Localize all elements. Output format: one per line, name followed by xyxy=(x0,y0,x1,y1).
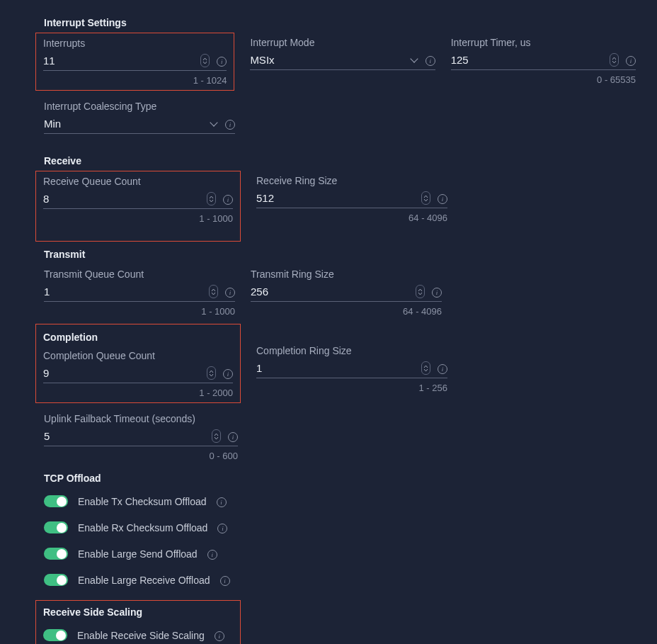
interrupts-range: 1 - 1024 xyxy=(43,75,227,86)
info-icon[interactable] xyxy=(215,631,224,641)
transmit-queue-field: Transmit Queue Count 1 - 1000 xyxy=(44,269,235,317)
uplink-range: 0 - 600 xyxy=(44,451,238,461)
transmit-ring-label: Transmit Ring Size xyxy=(251,269,442,280)
info-icon[interactable] xyxy=(225,288,235,298)
info-icon[interactable] xyxy=(217,497,227,507)
interrupt-timer-field: Interrupt Timer, us 0 - 65535 xyxy=(451,37,636,85)
transmit-queue-label: Transmit Queue Count xyxy=(44,269,235,280)
coalescing-label: Interrupt Coalescing Type xyxy=(44,101,235,112)
info-icon[interactable] xyxy=(225,120,235,130)
info-icon[interactable] xyxy=(207,550,217,560)
transmit-ring-stepper[interactable] xyxy=(416,285,425,298)
large-receive-toggle[interactable] xyxy=(44,574,68,586)
coalescing-field: Interrupt Coalescing Type xyxy=(44,101,235,134)
receive-queue-input[interactable] xyxy=(43,191,207,206)
completion-ring-stepper[interactable] xyxy=(421,361,430,375)
chevron-down-icon[interactable] xyxy=(410,56,418,64)
tcp-offload-title: TCP Offload xyxy=(44,473,636,484)
tx-checksum-row: Enable Tx Checksum Offload xyxy=(44,495,636,507)
receive-ring-range: 64 - 4096 xyxy=(256,213,447,223)
uplink-input[interactable] xyxy=(44,429,212,444)
interrupt-timer-input[interactable] xyxy=(451,52,610,67)
info-icon[interactable] xyxy=(425,56,435,66)
rss-row: Enable Receive Side Scaling xyxy=(43,629,233,641)
rss-title: Receive Side Scaling xyxy=(43,606,233,618)
completion-queue-label: Completion Queue Count xyxy=(43,350,233,361)
receive-ring-label: Receive Ring Size xyxy=(256,175,447,186)
transmit-queue-stepper[interactable] xyxy=(209,285,218,298)
transmit-ring-range: 64 - 4096 xyxy=(251,306,442,317)
completion-ring-input[interactable] xyxy=(256,361,421,375)
info-icon[interactable] xyxy=(223,369,233,379)
info-icon[interactable] xyxy=(217,524,227,533)
receive-queue-stepper[interactable] xyxy=(207,192,216,205)
info-icon[interactable] xyxy=(223,195,233,205)
interrupts-field: Interrupts 1 - 1024 xyxy=(43,38,227,86)
info-icon[interactable] xyxy=(432,288,442,298)
interrupt-mode-label: Interrupt Mode xyxy=(250,37,435,48)
uplink-field: Uplink Failback Timeout (seconds) 0 - 60… xyxy=(44,413,238,461)
tx-checksum-toggle[interactable] xyxy=(44,495,68,507)
transmit-title: Transmit xyxy=(44,249,636,260)
completion-queue-field: Completion Queue Count 1 - 2000 xyxy=(43,350,233,398)
interrupts-label: Interrupts xyxy=(43,38,227,49)
info-icon[interactable] xyxy=(626,56,636,66)
completion-queue-input[interactable] xyxy=(43,366,207,380)
large-receive-label: Enable Large Receive Offload xyxy=(78,575,210,586)
rx-checksum-label: Enable Rx Checksum Offload xyxy=(78,522,207,533)
completion-queue-range: 1 - 2000 xyxy=(43,388,233,398)
rss-highlight: Receive Side Scaling Enable Receive Side… xyxy=(35,600,241,644)
rss-toggle[interactable] xyxy=(43,629,67,641)
completion-highlight: Completion Completion Queue Count 1 - 20… xyxy=(35,324,241,403)
completion-title: Completion xyxy=(43,332,233,343)
receive-queue-range: 1 - 1000 xyxy=(43,213,233,224)
transmit-queue-range: 1 - 1000 xyxy=(44,306,235,317)
receive-title: Receive xyxy=(44,155,636,166)
coalescing-select[interactable] xyxy=(44,116,210,131)
completion-ring-range: 1 - 256 xyxy=(256,383,447,393)
large-send-row: Enable Large Send Offload xyxy=(44,548,636,560)
interrupts-highlight: Interrupts 1 - 1024 xyxy=(35,33,234,91)
info-icon[interactable] xyxy=(220,576,230,586)
transmit-ring-field: Transmit Ring Size 64 - 4096 xyxy=(251,269,442,317)
receive-ring-input[interactable] xyxy=(256,191,421,205)
large-send-toggle[interactable] xyxy=(44,548,68,560)
interrupts-stepper[interactable] xyxy=(200,54,210,67)
receive-queue-highlight: Receive Queue Count 1 - 1000 xyxy=(35,171,241,242)
interrupt-timer-stepper[interactable] xyxy=(610,53,619,67)
chevron-down-icon[interactable] xyxy=(210,120,218,128)
interrupt-settings-title: Interrupt Settings xyxy=(44,17,636,28)
rx-checksum-toggle[interactable] xyxy=(44,521,68,533)
receive-queue-label: Receive Queue Count xyxy=(43,176,233,187)
interrupt-mode-field: Interrupt Mode xyxy=(250,37,435,70)
completion-ring-label: Completion Ring Size xyxy=(256,345,447,356)
large-send-label: Enable Large Send Offload xyxy=(78,548,198,560)
info-icon[interactable] xyxy=(228,432,238,442)
transmit-queue-input[interactable] xyxy=(44,284,209,299)
large-receive-row: Enable Large Receive Offload xyxy=(44,574,636,586)
receive-ring-field: Receive Ring Size 64 - 4096 xyxy=(256,175,447,223)
interrupt-timer-label: Interrupt Timer, us xyxy=(451,37,636,48)
completion-ring-field: Completion Ring Size 1 - 256 xyxy=(256,345,447,393)
uplink-stepper[interactable] xyxy=(212,429,221,443)
completion-queue-stepper[interactable] xyxy=(207,366,216,380)
interrupt-timer-range: 0 - 65535 xyxy=(451,74,636,85)
interrupts-input[interactable] xyxy=(43,53,200,68)
receive-queue-field: Receive Queue Count 1 - 1000 xyxy=(43,176,233,224)
info-icon[interactable] xyxy=(217,57,227,67)
info-icon[interactable] xyxy=(438,364,447,374)
rx-checksum-row: Enable Rx Checksum Offload xyxy=(44,521,636,533)
uplink-label: Uplink Failback Timeout (seconds) xyxy=(44,413,238,424)
interrupt-mode-select[interactable] xyxy=(250,52,409,67)
tx-checksum-label: Enable Tx Checksum Offload xyxy=(78,496,207,507)
receive-ring-stepper[interactable] xyxy=(421,191,430,205)
transmit-ring-input[interactable] xyxy=(251,284,416,299)
rss-label: Enable Receive Side Scaling xyxy=(77,630,205,641)
info-icon[interactable] xyxy=(438,194,447,204)
